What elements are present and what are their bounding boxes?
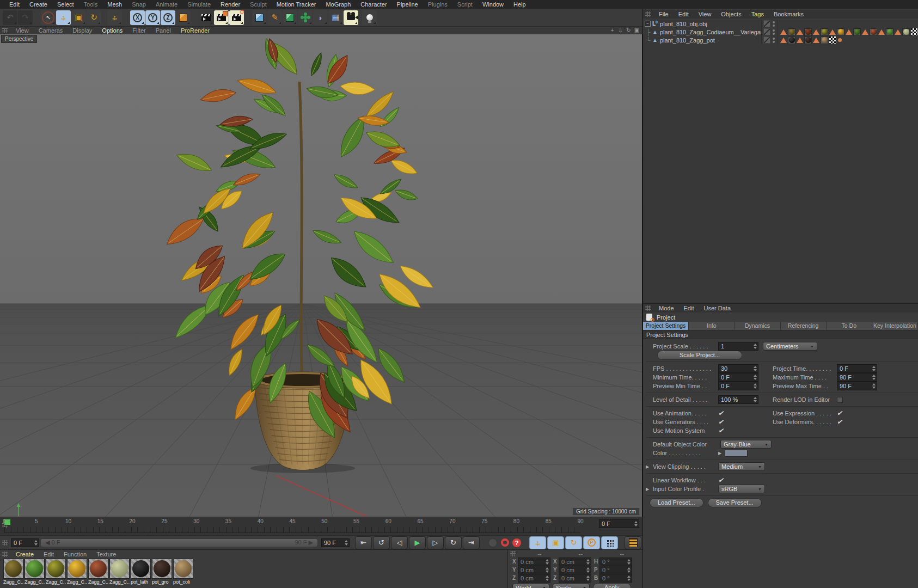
- menu-animate[interactable]: Animate: [151, 1, 182, 8]
- texture-tag-icon[interactable]: [837, 28, 844, 36]
- phong-tag-icon[interactable]: [862, 29, 868, 35]
- material-thumbnail[interactable]: [173, 559, 193, 579]
- tab-referencing[interactable]: Referencing: [781, 322, 827, 330]
- zoom-view-icon[interactable]: ⇩: [617, 27, 624, 33]
- phong-tag-icon[interactable]: [813, 38, 819, 43]
- ruler-frame-field[interactable]: 0 F: [599, 519, 639, 528]
- render-lod-checkbox[interactable]: [837, 397, 843, 403]
- light-icon[interactable]: [362, 10, 377, 25]
- layer-edit-icon[interactable]: [763, 28, 770, 35]
- maximum-time-field[interactable]: 90 F: [837, 373, 877, 382]
- menu-mesh[interactable]: Mesh: [102, 1, 127, 8]
- expand-arrow-icon[interactable]: ▶: [646, 487, 649, 492]
- level-of-detail-field[interactable]: 100 %: [718, 395, 758, 404]
- pan-view-icon[interactable]: +: [609, 27, 616, 33]
- material-item[interactable]: Zagg_C...: [88, 559, 109, 585]
- menu-create[interactable]: Create: [25, 1, 52, 8]
- spline-pen-tool-icon[interactable]: ✎: [267, 10, 282, 25]
- spinner-icon[interactable]: [345, 540, 348, 546]
- section-header[interactable]: Project Settings: [643, 330, 918, 339]
- menu-sculpt[interactable]: Sculpt: [245, 1, 272, 8]
- use-generators-checkbox[interactable]: ✔: [718, 418, 724, 426]
- camera-icon[interactable]: [344, 10, 358, 25]
- load-preset-button[interactable]: Load Preset...: [650, 498, 703, 507]
- visibility-dots-icon[interactable]: [773, 38, 775, 43]
- use-deformers-checkbox[interactable]: ✔: [837, 418, 842, 426]
- record-pla-toggle[interactable]: [601, 536, 618, 549]
- menu-mograph[interactable]: MoGraph: [321, 1, 356, 8]
- panel-grip-icon[interactable]: [2, 28, 8, 33]
- texture-tag-icon[interactable]: [870, 28, 877, 36]
- default-color-swatch[interactable]: [725, 450, 748, 457]
- object-menu-view[interactable]: View: [694, 11, 717, 17]
- deformer-icon[interactable]: ◗: [313, 10, 328, 25]
- layer-edit-icon[interactable]: [763, 36, 770, 44]
- viewport-canvas[interactable]: Perspective Grid Spacing : 10000 cm: [0, 34, 642, 517]
- edit-render-settings-icon[interactable]: ⚙: [229, 10, 244, 25]
- texture-tag-icon[interactable]: [804, 28, 812, 36]
- texture-tag-icon[interactable]: [788, 28, 795, 36]
- coordinate-field-z[interactable]: 0 cm: [518, 574, 550, 583]
- coordinate-field-y[interactable]: 0 cm: [518, 566, 550, 574]
- material-menu-edit[interactable]: Edit: [39, 551, 59, 558]
- viewport-menu-panel[interactable]: Panel: [151, 27, 176, 34]
- subdivision-surface-icon[interactable]: [283, 10, 297, 25]
- lock-x-axis-icon[interactable]: X: [130, 10, 145, 25]
- lock-y-axis-icon[interactable]: Y: [145, 10, 160, 25]
- material-item[interactable]: pot_coli: [173, 559, 194, 585]
- panel-grip-icon[interactable]: [645, 305, 651, 311]
- floor-environment-icon[interactable]: ▦: [328, 10, 343, 25]
- record-parameter-toggle[interactable]: P: [583, 536, 600, 549]
- render-view-icon[interactable]: [199, 10, 213, 25]
- spinner-icon[interactable]: [634, 521, 638, 526]
- phong-tag-icon[interactable]: [846, 29, 852, 35]
- scale-tool-icon[interactable]: ▣: [71, 10, 86, 25]
- end-frame-field[interactable]: 90 F: [321, 538, 350, 547]
- material-menu-create[interactable]: Create: [11, 551, 39, 558]
- use-animation-checkbox[interactable]: ✔: [718, 409, 724, 417]
- menu-select[interactable]: Select: [52, 1, 79, 8]
- panel-grip-icon[interactable]: [2, 540, 8, 546]
- expander-icon[interactable]: –: [645, 21, 651, 27]
- tab-project-settings[interactable]: Project Settings: [643, 322, 689, 330]
- point-selection-tag-icon[interactable]: [838, 38, 842, 42]
- spinner-icon[interactable]: [754, 344, 757, 349]
- menu-edit[interactable]: Edit: [4, 1, 25, 8]
- linear-workflow-checkbox[interactable]: ✔: [718, 476, 724, 484]
- fps-field[interactable]: 30: [718, 364, 758, 373]
- rotate-tool-icon[interactable]: ↻: [87, 10, 101, 25]
- scale-project-button[interactable]: Scale Project...: [657, 351, 742, 360]
- coordinate-field-h[interactable]: 0 °: [599, 558, 632, 566]
- current-frame-field[interactable]: 0 F: [11, 538, 39, 547]
- coordinate-field-x[interactable]: 0 cm: [518, 558, 550, 566]
- phong-tag-icon[interactable]: [878, 29, 885, 35]
- material-item[interactable]: pot_gro: [152, 559, 173, 585]
- material-menu-function[interactable]: Function: [59, 551, 91, 558]
- minimum-time-field[interactable]: 0 F: [718, 373, 758, 382]
- material-item[interactable]: Zagg_C...: [3, 559, 24, 585]
- mograph-array-icon[interactable]: [298, 10, 313, 25]
- render-to-picture-viewer-icon[interactable]: [214, 10, 229, 25]
- spinner-icon[interactable]: [34, 540, 38, 546]
- texture-tag-icon[interactable]: [821, 28, 828, 36]
- expand-arrow-icon[interactable]: ▶: [646, 464, 649, 469]
- frame-range-slider[interactable]: ◀ 0 F 90 F ▶: [40, 538, 318, 547]
- menu-pipeline[interactable]: Pipeline: [392, 1, 423, 8]
- object-menu-edit[interactable]: Edit: [674, 11, 694, 17]
- visibility-dots-icon[interactable]: [773, 29, 775, 35]
- material-thumbnail[interactable]: [46, 559, 66, 579]
- material-thumbnail[interactable]: [25, 559, 45, 579]
- attribute-menu-mode[interactable]: Mode: [654, 305, 679, 311]
- viewport-menu-prorender[interactable]: ProRender: [176, 27, 215, 34]
- autokey-help-button[interactable]: ?: [512, 538, 521, 547]
- live-selection-tool-icon[interactable]: ↖: [41, 10, 56, 25]
- viewport-menu-options[interactable]: Options: [97, 27, 127, 34]
- object-name[interactable]: plant_810_Zagg_Codiaeum__Variegatum001: [660, 29, 761, 35]
- undo-icon[interactable]: ↶: [3, 10, 17, 25]
- menu-character[interactable]: Character: [356, 1, 391, 8]
- texture-tag-icon[interactable]: [788, 36, 795, 44]
- coordinate-field-y[interactable]: 0 cm: [559, 566, 591, 574]
- tab-info[interactable]: Info: [689, 322, 735, 330]
- tab-dynamics[interactable]: Dynamics: [735, 322, 780, 330]
- coordinate-field-p[interactable]: 0 °: [599, 566, 632, 574]
